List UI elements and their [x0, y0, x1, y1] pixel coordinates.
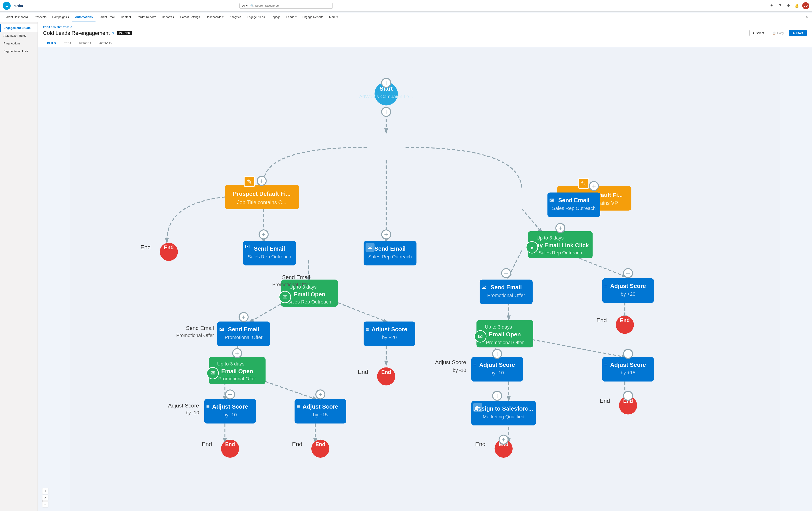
sidebar-item-page-actions[interactable]: Page Actions: [0, 39, 37, 47]
svg-text:Promotional Offer: Promotional Offer: [272, 282, 310, 287]
svg-text:Send Email: Send Email: [558, 197, 589, 203]
svg-text:Adjust Score: Adjust Score: [302, 403, 338, 410]
topbar: ☁ Pardot All 🔍 ⋮ + ? ⚙ 🔔 JD: [0, 0, 812, 11]
svg-text:≡: ≡: [206, 403, 209, 410]
nav-automations[interactable]: Automations: [72, 12, 95, 22]
svg-text:☁: ☁: [5, 4, 8, 7]
svg-text:✦: ✦: [529, 245, 534, 251]
nav-content[interactable]: Content: [118, 12, 134, 22]
svg-text:≡: ≡: [604, 362, 607, 368]
svg-text:✉: ✉: [245, 243, 250, 250]
svg-text:End: End: [164, 245, 174, 250]
svg-text:Any Email Link Click: Any Email Link Click: [532, 242, 589, 249]
tab-test[interactable]: TEST: [60, 40, 75, 47]
svg-text:+: +: [626, 350, 630, 358]
start-label: Start: [796, 31, 803, 35]
svg-rect-3: [70, 47, 780, 511]
canvas-area[interactable]: + + + Start AdWords Campaign Le... Prosp…: [38, 47, 812, 511]
svg-text:+: +: [228, 391, 232, 399]
svg-rect-117: [471, 357, 523, 381]
title-edit-icon[interactable]: ✎: [112, 31, 115, 35]
more-dropdown-icon: ▾: [337, 15, 338, 19]
svg-rect-53: [243, 241, 296, 265]
content-area: ENGAGEMENT STUDIO Cold Leads Re-engageme…: [38, 22, 812, 511]
copy-button[interactable]: 📋 Copy: [769, 30, 787, 36]
title-group: Cold Leads Re-engagement ✎ PAUSED: [43, 30, 132, 36]
svg-text:Job Title contains C...: Job Title contains C...: [237, 200, 286, 205]
salesforce-logo[interactable]: ☁: [3, 2, 11, 10]
svg-text:End: End: [292, 441, 302, 448]
nav-pardot-email[interactable]: Pardot Email: [96, 12, 118, 22]
svg-text:+: +: [626, 269, 630, 277]
nav-pardot-settings[interactable]: Pardot Settings: [177, 12, 203, 22]
notifications-icon[interactable]: 🔔: [794, 3, 800, 9]
svg-text:End: End: [475, 441, 486, 448]
svg-text:+: +: [384, 231, 388, 238]
copy-label: Copy: [777, 31, 784, 35]
svg-text:Sales Rep Outreach: Sales Rep Outreach: [552, 205, 596, 211]
header-actions: ■ Select 📋 Copy ▶ Start: [749, 30, 807, 36]
svg-text:Sales Rep Outreach: Sales Rep Outreach: [539, 250, 582, 256]
nav-dashboards[interactable]: Dashboards ▾: [203, 12, 226, 22]
tab-report[interactable]: REPORT: [75, 40, 95, 47]
nav-pardot-dashboard[interactable]: Pardot Dashboard: [2, 12, 31, 22]
sidebar-item-automation-rules[interactable]: Automation Rules: [0, 32, 37, 39]
tab-activity[interactable]: ACTIVITY: [95, 40, 116, 47]
nav-campaigns[interactable]: Campaigns ▾: [50, 12, 72, 22]
zoom-in-button[interactable]: +: [42, 488, 49, 494]
nav-pardot-reports[interactable]: Pardot Reports: [134, 12, 159, 22]
search-scope-select[interactable]: All: [241, 4, 249, 7]
svg-text:+: +: [504, 269, 509, 277]
svg-text:Send Email: Send Email: [186, 325, 214, 331]
svg-text:by -10: by -10: [186, 410, 199, 416]
campaigns-dropdown-icon: ▾: [68, 15, 69, 19]
svg-text:+: +: [495, 392, 499, 400]
nav-analytics[interactable]: Analytics: [227, 12, 244, 22]
svg-text:Sales Rep Outreach: Sales Rep Outreach: [248, 254, 291, 259]
select-button[interactable]: ■ Select: [749, 30, 767, 36]
nav-prospects[interactable]: Prospects: [31, 12, 49, 22]
waffle-icon[interactable]: ⋮: [760, 3, 766, 9]
sidebar-item-label: Segmentation Lists: [4, 50, 28, 53]
zoom-out-button[interactable]: −: [42, 501, 49, 507]
nav-engage-alerts[interactable]: Engage Alerts: [244, 12, 268, 22]
nav-more[interactable]: More ▾: [326, 12, 341, 22]
svg-text:by -10: by -10: [453, 367, 466, 373]
tab-build[interactable]: BUILD: [43, 40, 60, 47]
sidebar-item-segmentation-lists[interactable]: Segmentation Lists: [0, 47, 37, 55]
svg-text:Adjust Score: Adjust Score: [610, 283, 646, 289]
app-name[interactable]: Pardot: [12, 4, 23, 7]
topbar-right: ⋮ + ? ⚙ 🔔 JD: [760, 2, 809, 9]
svg-text:Send Email: Send Email: [228, 326, 259, 333]
settings-icon[interactable]: ⚙: [785, 3, 791, 9]
svg-text:End: End: [225, 442, 235, 447]
svg-text:✉: ✉: [283, 294, 287, 301]
sidebar-item-engagement-studio[interactable]: Engagement Studio: [0, 24, 37, 32]
plus-icon[interactable]: +: [768, 3, 775, 9]
nav-edit-icon[interactable]: ✎: [804, 15, 810, 19]
nav-reports[interactable]: Reports ▾: [159, 12, 177, 22]
svg-text:Email Open: Email Open: [489, 331, 521, 338]
help-icon[interactable]: ?: [777, 3, 783, 9]
nav-engage-reports[interactable]: Engage Reports: [300, 12, 326, 22]
svg-text:+: +: [558, 224, 562, 232]
svg-text:Adjust Score: Adjust Score: [479, 362, 515, 368]
start-play-icon: ▶: [793, 31, 795, 35]
nav-engage[interactable]: Engage: [268, 12, 283, 22]
svg-text:End: End: [358, 369, 368, 375]
nav-leads[interactable]: Leads ▾: [284, 12, 299, 22]
svg-text:+: +: [384, 108, 388, 116]
start-button[interactable]: ▶ Start: [789, 30, 807, 36]
page-title: Cold Leads Re-engagement: [43, 30, 110, 36]
svg-text:Email Open: Email Open: [293, 291, 325, 298]
sidebar-item-label: Automation Rules: [4, 34, 26, 37]
search-input[interactable]: [255, 4, 331, 7]
svg-text:+: +: [501, 436, 506, 444]
svg-text:Assign to Salesforc...: Assign to Salesforc...: [474, 405, 533, 412]
avatar[interactable]: JD: [802, 2, 809, 9]
svg-text:by -10: by -10: [490, 370, 504, 375]
svg-text:Promotional Offer: Promotional Offer: [176, 333, 214, 338]
svg-text:Prospect Default Fi...: Prospect Default Fi...: [233, 191, 291, 197]
zoom-fit-button[interactable]: ⤢: [42, 494, 49, 501]
svg-text:+: +: [262, 231, 266, 238]
